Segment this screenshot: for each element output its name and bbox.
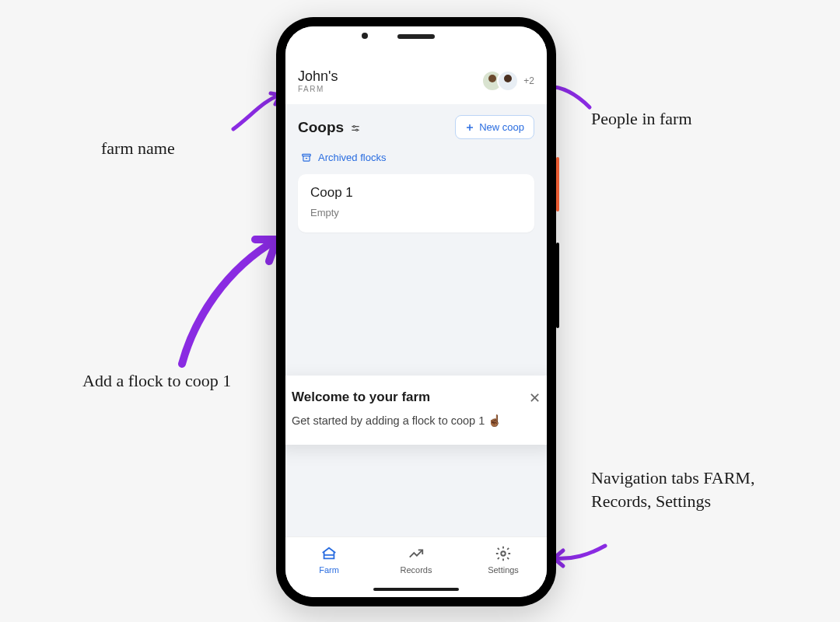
app-header: John's FARM +2	[285, 64, 547, 104]
section-title-label: Coops	[298, 119, 344, 136]
farm-name-label: John's	[298, 68, 338, 85]
archived-label: Archived flocks	[318, 152, 386, 163]
phone-frame: John's FARM +2 Coops	[276, 17, 556, 606]
plus-icon	[465, 123, 474, 132]
coop-status: Empty	[310, 207, 522, 218]
tab-settings[interactable]: Settings	[472, 545, 534, 575]
welcome-title: Welcome to your farm	[292, 390, 430, 405]
svg-point-9	[501, 551, 506, 556]
arrow-to-coop	[163, 225, 288, 373]
tab-farm[interactable]: Farm	[298, 545, 360, 575]
tab-records-label: Records	[401, 565, 432, 575]
close-icon[interactable]: ✕	[526, 390, 544, 407]
annotation-tabs: Navigation tabs FARM, Records, Settings	[591, 466, 762, 512]
power-button	[556, 157, 559, 211]
archive-icon	[301, 152, 312, 163]
welcome-toast: Welcome to your farm ✕ Get started by ad…	[285, 376, 547, 445]
avatar	[497, 70, 519, 92]
people-row[interactable]: +2	[481, 70, 534, 92]
tab-bar: Farm Records Settings	[285, 536, 547, 597]
chart-up-icon	[408, 545, 425, 562]
volume-button	[556, 243, 559, 328]
section-title: Coops	[298, 119, 361, 136]
content: Coops New coop	[285, 104, 547, 493]
new-coop-button[interactable]: New coop	[455, 115, 534, 139]
tab-farm-label: Farm	[319, 565, 339, 575]
new-coop-label: New coop	[479, 121, 524, 133]
farm-title[interactable]: John's FARM	[298, 68, 338, 93]
svg-point-1	[353, 125, 355, 127]
people-extra-count: +2	[523, 75, 534, 86]
home-icon	[320, 545, 338, 562]
svg-rect-6	[303, 154, 311, 156]
status-bar	[285, 26, 547, 64]
filter-icon[interactable]	[350, 123, 361, 134]
coop-name: Coop 1	[310, 185, 522, 201]
annotation-farm-name: farm name	[101, 137, 175, 160]
svg-point-3	[356, 129, 358, 131]
gesture-bar	[373, 588, 459, 591]
farm-sub-label: FARM	[298, 85, 338, 93]
archived-flocks-link[interactable]: Archived flocks	[298, 152, 534, 163]
welcome-body: Get started by adding a flock to coop 1 …	[292, 414, 544, 428]
tab-records[interactable]: Records	[385, 545, 447, 575]
gear-icon	[495, 545, 512, 562]
speaker-slot	[397, 34, 435, 39]
annotation-people: People in farm	[591, 107, 692, 131]
tab-settings-label: Settings	[488, 565, 519, 575]
screen: John's FARM +2 Coops	[285, 26, 547, 597]
coop-card[interactable]: Coop 1 Empty	[298, 174, 534, 232]
front-camera	[362, 33, 368, 39]
